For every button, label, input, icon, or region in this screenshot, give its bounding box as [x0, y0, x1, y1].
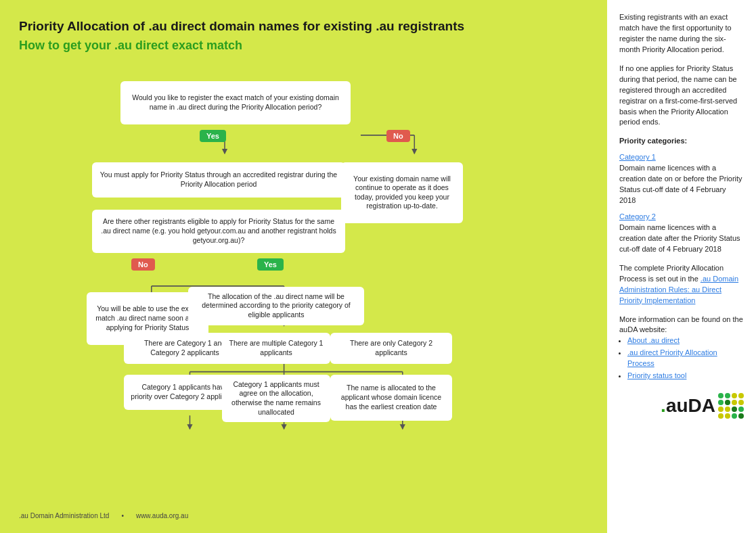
sidebar-links-list: About .au direct .au direct Priority All…: [619, 335, 744, 381]
sidebar-para2-text: If no one applies for Priority Status du…: [619, 64, 744, 129]
badge-no2: No: [131, 258, 155, 271]
sidebar-intro: Existing registrants with an exact match…: [619, 12, 744, 55]
sidebar-cat2-title[interactable]: Category 2: [619, 212, 744, 223]
box-start: Would you like to register the exact mat…: [120, 81, 351, 124]
badge-yes2: Yes: [257, 258, 284, 271]
box-cat2-earliest: The name is allocated to the applicant w…: [330, 375, 452, 421]
box-cat1-multi: There are multiple Category 1 applicants: [222, 333, 330, 364]
page-subtitle: How to get your .au direct exact match: [19, 39, 591, 53]
sidebar-process: The complete Priority Allocation Process…: [619, 263, 744, 306]
sidebar-process-text: The complete Priority Allocation Process…: [619, 263, 744, 306]
sidebar-link1[interactable]: About .au direct: [627, 336, 680, 344]
page-title: Priority Allocation of .au direct domain…: [19, 19, 591, 34]
box-cat2-only: There are only Category 2 applicants: [330, 333, 452, 364]
box-question2: Are there other registrants eligible to …: [92, 210, 345, 253]
footer-sep: •: [121, 512, 124, 519]
box-allocation: The allocation of the .au direct name wi…: [188, 287, 364, 325]
svg-marker-33: [281, 424, 286, 430]
svg-marker-21: [412, 149, 417, 154]
footer-company: .au Domain Administration Ltd: [19, 512, 109, 519]
auda-logo: .auDA: [619, 392, 744, 420]
sidebar-para2: If no one applies for Priority Status du…: [619, 64, 744, 129]
sidebar-cat-label: Priority categories:: [619, 136, 744, 147]
sidebar-more-info: More information can be found on the auD…: [619, 315, 744, 382]
sidebar-cat1-title[interactable]: Category 1: [619, 152, 744, 163]
auda-brand-text: .auDA: [661, 392, 715, 420]
badge-yes1: Yes: [200, 130, 226, 142]
sidebar-cat1-desc: Domain name licences with a creation dat…: [619, 163, 744, 206]
sidebar-categories: Priority categories: Category 1 Domain n…: [619, 136, 744, 254]
footer-website: www.auda.org.au: [136, 512, 188, 519]
sidebar: Existing registrants with an exact match…: [607, 0, 756, 533]
svg-marker-34: [400, 424, 405, 430]
box-apply: You must apply for Priority Status throu…: [92, 162, 345, 198]
sidebar-link3[interactable]: Priority status tool: [627, 371, 686, 379]
svg-marker-32: [187, 424, 192, 430]
sidebar-link2[interactable]: .au direct Priority Allocation Process: [627, 348, 717, 367]
main-area: Priority Allocation of .au direct domain…: [0, 0, 607, 533]
footer: .au Domain Administration Ltd • www.auda…: [19, 512, 591, 519]
badge-no1: No: [386, 130, 410, 142]
sidebar-cat2-desc: Domain name licences with a creation dat…: [619, 223, 744, 255]
auda-dots-grid: [718, 393, 744, 419]
sidebar-intro-text: Existing registrants with an exact match…: [619, 12, 744, 55]
flowchart: Would you like to register the exact mat…: [19, 62, 591, 507]
box-no-path: Your existing domain name will continue …: [341, 162, 463, 223]
box-cat1-agree: Category 1 applicants must agree on the …: [222, 375, 330, 423]
svg-marker-20: [222, 149, 227, 154]
sidebar-more-info-text: More information can be found on the auD…: [619, 315, 744, 336]
